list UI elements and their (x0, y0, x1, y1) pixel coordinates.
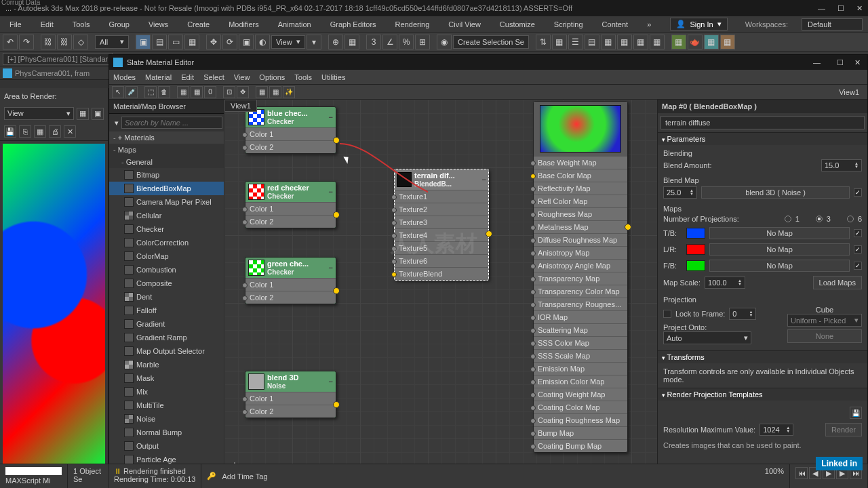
viewport-tab[interactable]: [+] [PhysCamera001] [Standar (3, 53, 113, 65)
lockframe-spinner[interactable]: 0▲▼ (729, 308, 756, 320)
lr-map-button[interactable]: No Map (709, 243, 850, 256)
map-colormap[interactable]: ColorMap (109, 249, 224, 263)
slate-menu-modes[interactable]: Modes (113, 73, 136, 81)
addtag-label[interactable]: Add Time Tag (222, 472, 267, 481)
save-template-icon[interactable]: 💾 (850, 407, 862, 419)
key-icon[interactable]: 🔑 (207, 472, 216, 481)
align-icon[interactable]: ▦ (552, 35, 567, 49)
clone-icon[interactable]: ▦ (34, 125, 46, 138)
menu-modifiers[interactable]: Modifiers (224, 19, 263, 30)
node-blue-checker[interactable]: blue chec...Checker− Color 1 Color 2 (245, 106, 336, 154)
proj-6-radio[interactable] (847, 216, 854, 222)
collapse-icon[interactable]: − (329, 113, 333, 121)
rollout-parameters[interactable]: Parameters (658, 132, 867, 145)
map-blendedboxmap[interactable]: BlendedBoxMap (109, 182, 224, 195)
slate-menu-tools[interactable]: Tools (294, 73, 312, 81)
slate-minimize-icon[interactable]: — (813, 58, 821, 66)
blend-map-button[interactable]: blend 3D ( Noise ) (701, 186, 850, 199)
cat-maps[interactable]: Maps (109, 144, 224, 156)
window-crossing-icon[interactable]: ▦ (184, 35, 199, 49)
timeline[interactable]: 🔑 Add Time Tag (201, 464, 759, 488)
slate-menu-options[interactable]: Options (259, 73, 285, 81)
none-button[interactable]: None (787, 329, 862, 343)
lr-color[interactable] (686, 244, 705, 255)
schematic-icon[interactable]: ▦ (601, 35, 616, 49)
slate-layout-icon[interactable]: ▦ (191, 86, 203, 98)
fb-color[interactable] (686, 260, 705, 271)
tb-color[interactable] (686, 228, 705, 239)
selection-set-combo[interactable]: Create Selection Se (453, 35, 529, 49)
canvas-tab[interactable]: View1 (224, 100, 257, 112)
slate-dropper-icon[interactable]: 💉 (125, 86, 138, 98)
menu-scripting[interactable]: Scripting (550, 19, 587, 30)
load-maps-button[interactable]: Load Maps (813, 276, 862, 289)
select-icon[interactable]: ▣ (136, 35, 151, 49)
lr-check[interactable] (854, 245, 862, 253)
map-falloff[interactable]: Falloff (109, 304, 224, 317)
print-icon[interactable]: 🖨 (49, 125, 61, 138)
blend-amount-spinner[interactable]: 15.0▲▼ (821, 159, 862, 171)
map-gradient[interactable]: Gradient (109, 317, 224, 331)
render-setup-icon[interactable]: ▦ (633, 35, 648, 49)
slate-delete-icon[interactable]: 🗑 (158, 86, 170, 98)
goto-start-icon[interactable]: ⏮ (795, 467, 808, 479)
search-input[interactable] (121, 117, 222, 129)
render-templates-button[interactable]: Render (825, 423, 862, 436)
menu-group[interactable]: Group (104, 19, 134, 30)
scale-icon[interactable]: ▣ (239, 35, 254, 49)
slate-menu-material[interactable]: Material (145, 73, 172, 81)
cat-general[interactable]: General (109, 156, 224, 168)
rollout-render-proj[interactable]: Render Projection Templates (658, 388, 867, 401)
slate-pan-icon[interactable]: ✥ (237, 86, 249, 98)
menu-file[interactable]: File (5, 19, 26, 30)
menu-rendering[interactable]: Rendering (391, 19, 434, 30)
collapse-icon[interactable]: − (482, 176, 486, 184)
map-mask[interactable]: Mask (109, 371, 224, 385)
bind-icon[interactable]: ◇ (73, 35, 88, 49)
slate-0-icon[interactable]: 0 (204, 86, 216, 98)
lockframe-check[interactable] (663, 310, 671, 318)
fb-map-button[interactable]: No Map (709, 260, 850, 272)
blend-map-spinner[interactable]: 25.0▲▼ (663, 186, 697, 199)
map-noise[interactable]: Noise (109, 412, 224, 426)
snap-icon[interactable]: ⊕ (328, 35, 343, 49)
node-green-checker[interactable]: green che...Checker− Color 1 Color 2 (245, 257, 336, 304)
render-frame-icon[interactable]: ▦ (650, 35, 665, 49)
layer-icon[interactable]: ☰ (568, 35, 583, 49)
workspace-select[interactable]: Default (802, 18, 863, 30)
menu-edit[interactable]: Edit (37, 19, 58, 30)
angle-snap-icon[interactable]: ∠ (382, 35, 397, 49)
delete-icon[interactable]: ✕ (64, 125, 76, 138)
named-sel-icon[interactable]: ◉ (437, 35, 452, 49)
slate-close-icon[interactable]: ✕ (854, 58, 861, 67)
proj-3-radio[interactable] (816, 216, 823, 222)
placement-icon[interactable]: ◐ (255, 35, 270, 49)
chevron-down-icon[interactable]: ▾ (112, 119, 121, 127)
node-canvas[interactable]: View1 blue chec...Checker− Color 1 Color… (224, 100, 657, 474)
map-cellular[interactable]: Cellular (109, 209, 224, 222)
node-terrain-diffuse[interactable]: terrain dif...BlendedB...− Texture1 Text… (394, 169, 489, 281)
snap3-icon[interactable]: 3 (366, 35, 381, 49)
map-marble[interactable]: Marble (109, 358, 224, 371)
map-normal-bump[interactable]: Normal Bump (109, 426, 224, 439)
cat-materials[interactable]: + Materials (109, 131, 224, 144)
menu-graph-editors[interactable]: Graph Editors (326, 19, 380, 30)
node-material[interactable]: Base Weight Map Base Color Map Reflectiv… (533, 101, 628, 453)
collapse-icon[interactable]: − (329, 188, 333, 196)
slate-menu-edit[interactable]: Edit (181, 73, 194, 81)
fb-check[interactable] (854, 262, 862, 270)
render-prod-icon[interactable]: ▦ (704, 35, 719, 49)
resmax-spinner[interactable]: 1024▲▼ (760, 424, 793, 436)
render-preview[interactable] (3, 144, 105, 472)
minimize-icon[interactable]: — (818, 4, 825, 13)
proj-1-radio[interactable] (785, 216, 791, 222)
close-icon[interactable]: ✕ (856, 4, 863, 13)
percent-snap-icon[interactable]: % (399, 35, 414, 49)
render-icon[interactable]: ▦ (671, 35, 686, 49)
tb-check[interactable] (854, 229, 862, 237)
menu-create[interactable]: Create (183, 19, 214, 30)
curve-editor-icon[interactable]: ▤ (585, 35, 599, 49)
map-combustion[interactable]: Combustion (109, 263, 224, 277)
slate-assign-icon[interactable]: ⬚ (144, 86, 157, 98)
render-iter-icon[interactable]: ▦ (720, 35, 735, 49)
